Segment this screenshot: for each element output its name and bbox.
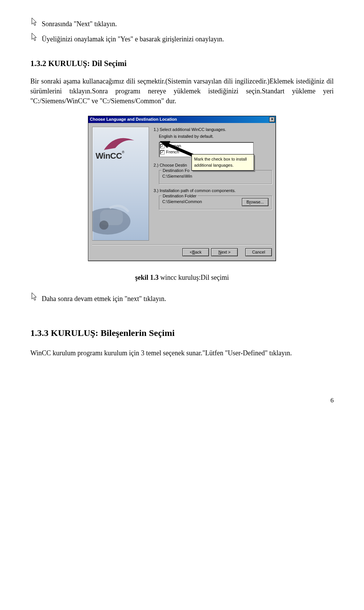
dialog-sidebar-image: WinCC® [92, 127, 149, 241]
dialog-separator [92, 244, 272, 245]
svg-point-2 [99, 221, 108, 230]
heading-133: 1.3.3 KURULUŞ: Bileşenlerin Seçimi [30, 326, 334, 340]
destination-folder-1: Destination Fo C:\Siemens\Win Browse... [159, 170, 272, 184]
dialog-titlebar: Choose Language and Destination Location… [88, 116, 276, 123]
checkbox-german[interactable]: ✓ [160, 144, 165, 148]
lang-french: French [166, 149, 179, 155]
pointer-icon [30, 17, 39, 27]
paragraph-2: WinCC kurulum programı kurulum için 3 te… [30, 348, 334, 358]
bullet-text-3: Daha sonra devam etmek için "next" tıkla… [42, 294, 166, 304]
path-1: C:\Siemens\Win [162, 173, 192, 180]
path-2: C:\Siemens\Common [162, 199, 202, 205]
bullet-text-2: Üyeliğinizi onaylamak için "Yes" e basar… [42, 34, 224, 44]
back-button[interactable]: < Back [182, 248, 209, 256]
pointer-icon [30, 292, 39, 302]
step1-sublabel: English is installed by default. [159, 134, 272, 140]
dialog-title: Choose Language and Destination Location [90, 117, 177, 123]
registered-icon: ® [122, 150, 124, 154]
step1-label: 1.) Select additional WinCC languages. [154, 127, 272, 133]
figure-caption: şekil 1.3 wincc kuruluş:Dil seçimi [30, 273, 334, 282]
wincc-logo-text: WinCC [96, 151, 122, 161]
page-number: 6 [30, 396, 334, 405]
checkbox-french[interactable]: ✓ [160, 150, 165, 154]
close-icon: ✕ [271, 118, 274, 121]
destination-folder-2: Destination Folder C:\Siemens\Common Bro… [159, 195, 272, 210]
legend-1: Destination Fo [162, 168, 191, 174]
install-dialog: Choose Language and Destination Location… [88, 116, 276, 261]
bullet-text-1: Sonrasında "Next" tıklayın. [42, 19, 117, 29]
pointer-icon [30, 32, 39, 43]
heading-132: 1.3.2 KURULUŞ: Dil Seçimi [30, 58, 334, 69]
cancel-button[interactable]: Cancel [245, 248, 272, 256]
close-button[interactable]: ✕ [269, 117, 275, 122]
browse-button-2[interactable]: Browse... [242, 198, 268, 206]
tooltip: Mark the check box to install additional… [191, 154, 254, 171]
paragraph-1: Bir sonraki aşama kullanacağımız dili se… [30, 76, 334, 106]
next-button[interactable]: Next > [211, 248, 238, 256]
legend-2: Destination Folder [162, 193, 198, 199]
lang-german: German [166, 143, 181, 149]
